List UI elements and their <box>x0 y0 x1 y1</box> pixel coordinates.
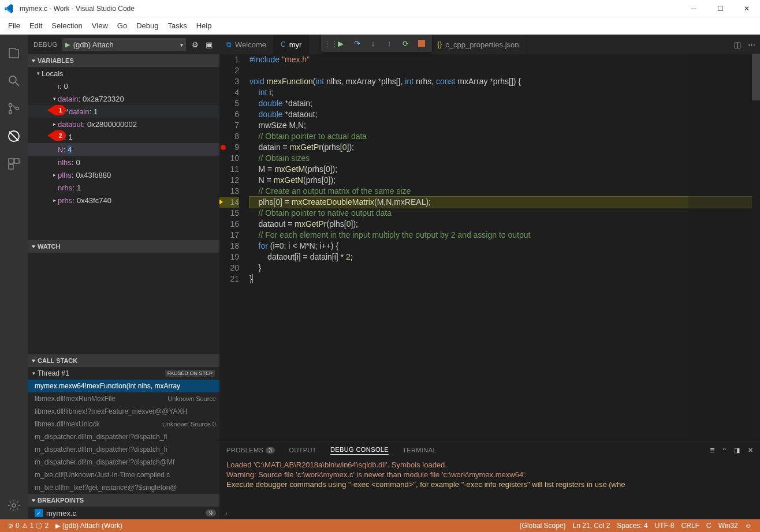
locals-scope[interactable]: ▾Locals <box>28 67 219 80</box>
callstack-row[interactable]: m_dispatcher.dll!m_dispatcher!?dispatch_… <box>28 430 219 443</box>
code-line[interactable]: double *datain; <box>249 98 760 109</box>
thread-header[interactable]: ▾ Thread #1 PAUSED ON STEP <box>28 367 219 380</box>
callstack-row[interactable]: mymex.mexw64!mexFunction(int nlhs, mxArr… <box>28 380 219 392</box>
menu-tasks[interactable]: Tasks <box>163 21 191 30</box>
code-line[interactable]: double *dataout; <box>249 109 760 120</box>
menu-debug[interactable]: Debug <box>132 21 163 30</box>
more-icon[interactable]: ⋯ <box>748 40 755 49</box>
code-line[interactable]: // Obtain sizes <box>249 153 760 164</box>
minimize-button[interactable]: ─ <box>680 0 707 17</box>
checkbox-icon[interactable]: ✓ <box>35 509 43 517</box>
panel-tab-problems[interactable]: PROBLEMS3 <box>226 447 275 454</box>
variable-row[interactable]: ▾datain: 0x2a723320 <box>28 92 219 105</box>
code-line[interactable]: #include "mex.h" <box>249 54 760 65</box>
menu-edit[interactable]: Edit <box>25 21 47 30</box>
status-position[interactable]: Ln 21, Col 2 <box>569 522 614 530</box>
panel-body[interactable]: Loaded 'C:\MATLAB\R2018a\bin\win64\sqldb… <box>219 459 760 507</box>
extensions-icon[interactable] <box>0 150 28 178</box>
tab-ccpp-properties[interactable]: {} c_cpp_properties.json <box>430 35 526 54</box>
collapse-icon[interactable]: ^ <box>723 447 726 454</box>
debug-toolbar[interactable]: ⋮⋮ ▶ ↷ ↓ ↑ ⟳ <box>321 35 432 52</box>
variables-section-header[interactable]: VARIABLES <box>28 54 219 67</box>
clear-console-icon[interactable]: ≣ <box>710 447 715 454</box>
status-eol[interactable]: CRLF <box>678 522 703 530</box>
status-platform[interactable]: Win32 <box>715 522 742 530</box>
variable-row[interactable]: ▸plhs: 0x43fb880 <box>28 168 219 181</box>
debug-icon[interactable] <box>0 122 28 150</box>
panel-tab-output[interactable]: OUTPUT <box>289 447 316 454</box>
variable-row[interactable]: ▸dataout: 0x2800000002 <box>28 118 219 130</box>
menu-selection[interactable]: Selection <box>47 21 87 30</box>
code-line[interactable]: dataout = mxGetPr(plhs[0]); <box>249 219 760 230</box>
code-line[interactable]: int i; <box>249 87 760 98</box>
panel-tab-terminal[interactable]: TERMINAL <box>403 447 437 454</box>
step-over-button[interactable]: ↷ <box>349 35 365 51</box>
code-line[interactable]: mwSize M,N; <box>249 120 760 131</box>
callstack-row[interactable]: m_dispatcher.dll!m_dispatcher!?dispatch_… <box>28 443 219 456</box>
tab-mymex[interactable]: C myr <box>274 35 309 54</box>
continue-button[interactable]: ▶ <box>333 35 349 51</box>
explorer-icon[interactable] <box>0 39 28 67</box>
code-line[interactable]: M = mxGetM(prhs[0]); <box>249 164 760 175</box>
callstack-row[interactable]: libmex.dll!mexUnlockUnknown Source 0 <box>28 418 219 430</box>
code-line[interactable]: } <box>249 263 760 274</box>
status-spaces[interactable]: Spaces: 4 <box>613 522 651 530</box>
breakpoint-row[interactable]: ✓ mymex.c 9 <box>28 507 219 519</box>
status-lang[interactable]: C <box>703 522 715 530</box>
status-scope[interactable]: (Global Scope) <box>516 522 569 530</box>
watch-section-header[interactable]: WATCH <box>28 240 219 253</box>
code-line[interactable]: N = mxGetN(prhs[0]); <box>249 175 760 186</box>
code-line[interactable]: } <box>249 274 760 284</box>
callstack-row[interactable]: m_lxe.dll!m_lxe!?get_instance@?$singleto… <box>28 481 219 494</box>
maximize-button[interactable]: ☐ <box>707 0 733 17</box>
debug-config-select[interactable]: ▶ (gdb) Attach ▾ <box>62 38 186 51</box>
breakpoints-section-header[interactable]: BREAKPOINTS <box>28 494 219 507</box>
search-icon[interactable] <box>0 67 28 95</box>
variable-row[interactable]: N: 4 <box>28 143 219 156</box>
close-panel-icon[interactable]: ✕ <box>748 447 753 454</box>
menu-file[interactable]: File <box>3 21 25 30</box>
code-line[interactable]: // Create an output matrix of the same s… <box>249 186 760 197</box>
panel-tab-debug-console[interactable]: DEBUG CONSOLE <box>330 446 389 455</box>
debug-settings-icon[interactable]: ⚙ <box>191 40 200 49</box>
variable-row[interactable]: i: 0 <box>28 80 219 92</box>
variable-row[interactable]: nlhs: 0 <box>28 156 219 168</box>
close-button[interactable]: ✕ <box>733 0 760 17</box>
maximize-panel-icon[interactable]: ◨ <box>734 447 740 454</box>
code-line[interactable] <box>249 65 760 76</box>
status-encoding[interactable]: UTF-8 <box>651 522 678 530</box>
editor[interactable]: 123456789101112131415161718192021 #inclu… <box>219 54 760 441</box>
code-line[interactable]: // Obtain pointer to actual data <box>249 131 760 142</box>
console-input[interactable]: › <box>219 507 760 519</box>
callstack-row[interactable]: m_lxe.dll![Unknown/Just-In-Time compiled… <box>28 469 219 481</box>
code-line[interactable]: // For each element in the input multipl… <box>249 230 760 241</box>
step-into-button[interactable]: ↓ <box>365 35 381 51</box>
callstack-row[interactable]: m_dispatcher.dll!m_dispatcher!?dispatch@… <box>28 456 219 469</box>
tab-welcome[interactable]: ⧉ Welcome <box>219 35 274 54</box>
variable-row[interactable]: nrhs: 1 <box>28 181 219 194</box>
code-line[interactable]: // Obtain pointer to native output data <box>249 208 760 219</box>
step-out-button[interactable]: ↑ <box>381 35 397 51</box>
code-line[interactable]: plhs[0] = mxCreateDoubleMatrix(M,N,mxREA… <box>249 197 760 208</box>
menu-help[interactable]: Help <box>192 21 217 30</box>
grip-icon[interactable]: ⋮⋮ <box>323 39 333 48</box>
debug-console-icon[interactable]: ▣ <box>204 40 214 49</box>
scrollbar[interactable] <box>752 54 760 441</box>
code-line[interactable]: void mexFunction(int nlhs, mxArray *plhs… <box>249 76 760 87</box>
variable-row[interactable]: ▸prhs: 0x43fc740 <box>28 194 219 207</box>
status-errors[interactable]: ⊘0⚠1ⓘ2 <box>5 522 52 530</box>
stop-button[interactable] <box>413 35 430 51</box>
scm-icon[interactable] <box>0 95 28 122</box>
callstack-row[interactable]: libmex.dll!mexRunMexFileUnknown Source <box>28 392 219 405</box>
restart-button[interactable]: ⟳ <box>397 35 413 51</box>
code-line[interactable]: datain = mxGetPr(prhs[0]); <box>249 142 760 153</box>
code-area[interactable]: #include "mex.h" void mexFunction(int nl… <box>249 54 760 441</box>
status-debug[interactable]: ▶(gdb) Attach (Work) <box>52 522 126 530</box>
settings-gear-icon[interactable] <box>0 492 28 519</box>
code-line[interactable]: for (i=0; i < M*N; i++) { <box>249 241 760 252</box>
code-line[interactable]: dataout[i] = datain[i] * 2; <box>249 252 760 263</box>
menu-go[interactable]: Go <box>113 21 132 30</box>
status-feedback-icon[interactable]: ☺ <box>742 522 755 530</box>
split-editor-icon[interactable]: ◫ <box>734 40 741 49</box>
callstack-row[interactable]: libmex.dll!libmex!?mexFeature_mexver@@YA… <box>28 405 219 418</box>
